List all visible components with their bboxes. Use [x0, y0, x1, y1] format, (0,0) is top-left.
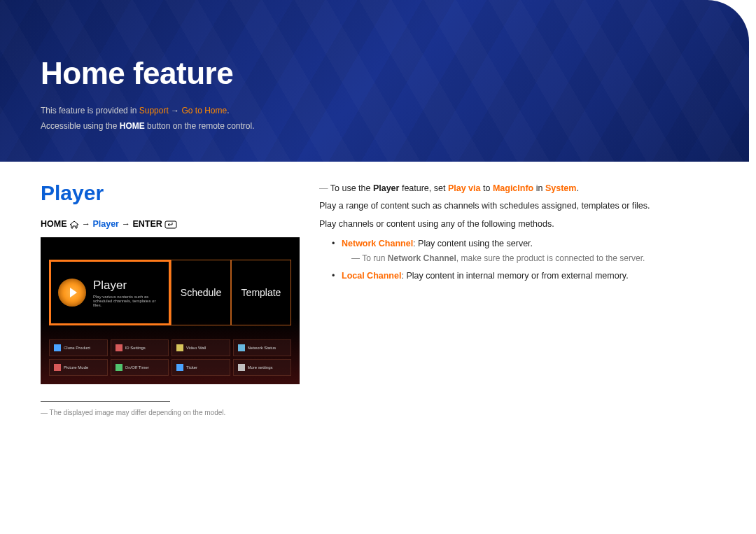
paragraph: Play channels or content using any of th…	[319, 217, 715, 232]
text: This feature is provided in	[41, 106, 139, 115]
grid-cell: ID Settings	[111, 339, 169, 356]
bullet-text: : Play content using the server.	[413, 239, 533, 248]
t: in	[533, 183, 545, 193]
t: .	[576, 183, 578, 193]
home-icon	[69, 220, 79, 229]
content-area: Player HOME → Player → ENTER Player Play…	[0, 162, 756, 444]
play-icon	[58, 279, 86, 307]
cell-label: ID Settings	[125, 346, 146, 350]
grid-cell: Network Status	[233, 339, 292, 356]
card-player: Player Play various contents such as sch…	[49, 260, 171, 325]
card-title: Template	[241, 287, 281, 298]
note-play-via: To use the Player feature, set Play via …	[319, 181, 715, 196]
text: Accessible using the	[41, 121, 120, 131]
t: To use the	[330, 183, 373, 193]
t: Play via	[448, 183, 481, 193]
ui-screenshot: Player Play various contents such as sch…	[41, 237, 300, 384]
sub-note: To run Network Channel, make sure the pr…	[351, 251, 715, 267]
t: System	[545, 183, 576, 193]
enter-icon	[164, 220, 177, 229]
grid-cell: Picture Mode	[49, 359, 108, 376]
enter-label: ENTER	[132, 219, 162, 229]
bullet-text: : Play content in internal memory or fro…	[401, 271, 628, 281]
t: , make sure the product is connected to …	[456, 253, 645, 263]
card-template: Template	[231, 260, 291, 325]
cell-icon	[238, 344, 245, 351]
banner-line-2: Accessible using the HOME button on the …	[41, 119, 749, 134]
cell-label: Network Status	[248, 346, 276, 350]
footnote: The displayed image may differ depending…	[41, 409, 300, 416]
cell-label: Ticker	[186, 365, 197, 370]
cell-icon	[176, 364, 183, 371]
bullet-label: Local Channel	[342, 271, 401, 281]
cell-icon	[54, 344, 61, 351]
player-label: Player	[92, 219, 119, 229]
cell-icon	[115, 364, 122, 371]
chapter-banner: Home feature This feature is provided in…	[0, 0, 749, 162]
menu-path: HOME → Player → ENTER	[41, 219, 300, 229]
t: feature, set	[399, 183, 447, 193]
paragraph: Play a range of content such as channels…	[319, 199, 715, 213]
arrow: →	[119, 219, 132, 229]
cell-icon	[54, 364, 61, 371]
text: button on the remote control.	[145, 121, 255, 131]
cell-label: More settings	[248, 365, 273, 370]
grid-cell: Ticker	[172, 359, 230, 376]
cell-label: Video Wall	[186, 346, 206, 350]
bullet-item: Network Channel: Play content using the …	[332, 236, 715, 267]
grid-row: Picture Mode On/Off Timer Ticker More se…	[49, 359, 291, 376]
text: .	[227, 106, 229, 115]
t: Player	[373, 183, 400, 193]
left-column: Player HOME → Player → ENTER Player Play…	[41, 181, 300, 416]
grid-cell: Video Wall	[172, 339, 230, 356]
card-title: Player	[93, 279, 162, 293]
bullet-item: Local Channel: Play content in internal …	[332, 268, 715, 284]
chapter-title: Home feature	[41, 56, 749, 91]
gotohome-text: Go to Home	[181, 106, 227, 115]
right-column: To use the Player feature, set Play via …	[319, 181, 715, 416]
t: To run	[362, 253, 388, 263]
arrow: →	[81, 219, 92, 229]
support-text: Support	[139, 106, 169, 115]
arrow: →	[169, 106, 182, 115]
card-schedule: Schedule	[171, 260, 231, 325]
section-title: Player	[41, 181, 300, 205]
footnote-separator	[41, 401, 170, 402]
cell-label: Clone Product	[64, 346, 90, 350]
cell-icon	[238, 364, 245, 371]
grid-cell: On/Off Timer	[111, 359, 169, 376]
cell-icon	[115, 344, 122, 351]
home-label: HOME	[41, 219, 67, 229]
bottom-grid: Clone Product ID Settings Video Wall Net…	[49, 339, 291, 376]
t: MagicInfo	[493, 183, 533, 193]
cell-label: Picture Mode	[64, 365, 88, 370]
grid-cell: More settings	[233, 359, 292, 376]
card-text: Player Play various contents such as sch…	[93, 279, 162, 307]
grid-row: Clone Product ID Settings Video Wall Net…	[49, 339, 291, 356]
cell-icon	[176, 344, 183, 351]
card-title: Schedule	[181, 287, 221, 298]
bullet-list: Network Channel: Play content using the …	[332, 236, 715, 284]
banner-line-1: This feature is provided in Support → Go…	[41, 104, 749, 119]
t: Network Channel	[388, 253, 456, 263]
grid-cell: Clone Product	[49, 339, 108, 356]
cell-label: On/Off Timer	[125, 365, 149, 370]
home-bold: HOME	[120, 121, 145, 131]
card-sub: Play various contents such as scheduled …	[93, 295, 162, 307]
bullet-label: Network Channel	[342, 239, 413, 248]
t: to	[481, 183, 493, 193]
top-card-row: Player Play various contents such as sch…	[49, 260, 291, 325]
